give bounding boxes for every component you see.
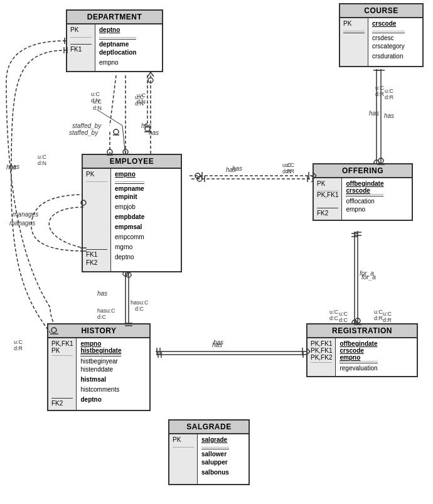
emp-pk-attr: empno <box>115 171 136 178</box>
emp-pk-label: PK <box>86 171 94 178</box>
svg-line-45 <box>110 75 116 126</box>
offering-title: OFFERING <box>314 164 412 178</box>
hist-attr-2: histenddate <box>80 366 113 373</box>
entity-employee: EMPLOYEE PK FK1 FK2 empno empname <box>82 154 182 272</box>
svg-text:d:C: d:C <box>135 306 144 312</box>
department-title: DEPARTMENT <box>67 11 162 24</box>
sal-attr-1: sallower <box>201 451 227 458</box>
dept-pk-attr: deptno <box>99 26 120 33</box>
label-has-emp-hist: has <box>97 290 107 297</box>
svg-point-63 <box>195 173 200 178</box>
course-attr-3: crsduration <box>372 53 403 60</box>
svg-point-97 <box>378 158 383 163</box>
emp-attr-7: mgrno <box>115 244 132 250</box>
hist-attr-4: histcomments <box>80 386 119 393</box>
hist-attr-3: histmsal <box>80 376 106 383</box>
svg-point-11 <box>197 176 202 181</box>
constraint-uc-dr-2: u:Cd:R <box>383 311 392 323</box>
salgrade-title: SALGRADE <box>169 421 249 434</box>
reg-keys: PK,FK1 PK,FK1 PK,FK2 <box>307 338 336 376</box>
svg-text:u:C: u:C <box>14 339 23 345</box>
reg-pkfk1-2-label: PK,FK1 <box>311 347 332 354</box>
entity-history: HISTORY PK,FK1 PK FK2 empno histbegindat… <box>47 323 151 411</box>
sal-attr-3: salbonus <box>201 469 229 476</box>
hist-pk-label: PK <box>51 347 60 354</box>
sal-pk-attr: salgrade <box>201 436 227 443</box>
sal-keys: PK <box>169 434 198 484</box>
emp-attr-3: empjob <box>115 203 136 210</box>
svg-text:d:R: d:R <box>385 94 394 100</box>
hist-attrs: empno histbegindate histbeginyear histen… <box>77 338 125 410</box>
emp-fk2-label: FK2 <box>86 259 97 266</box>
entity-registration: REGISTRATION PK,FK1 PK,FK1 PK,FK2 offbeg… <box>306 323 418 377</box>
hist-attr-5: deptno <box>80 396 101 403</box>
label-for-a: for_a <box>360 270 374 277</box>
emp-keys: PK FK1 FK2 <box>83 169 111 271</box>
label-manages: manages <box>9 220 35 227</box>
off-attr-2: empno <box>346 206 365 213</box>
entity-salgrade: SALGRADE PK salgrade sallower salupper <box>168 419 250 485</box>
off-keys: PK PK,FK1 FK2 <box>314 178 342 220</box>
off-pk-attr2: crscode <box>346 187 370 194</box>
constraint-uc-dr: u:Cd:R <box>282 162 291 174</box>
hist-keys: PK,FK1 PK FK2 <box>48 338 77 410</box>
svg-text:d:R: d:R <box>14 345 23 351</box>
reg-pkfk1-label: PK,FK1 <box>311 340 332 347</box>
emp-fk1-label: FK1 <box>86 251 97 258</box>
reg-pk-attr3: empno <box>339 354 360 361</box>
entity-course: COURSE PK crscode crsdesc crscategory <box>339 3 424 67</box>
svg-line-5 <box>147 72 151 77</box>
reg-pk-attr1: offbegindate <box>339 340 377 347</box>
svg-line-44 <box>122 126 126 157</box>
emp-attr-6: empcomm <box>115 233 144 240</box>
dept-attrs: deptno deptname deptlocation empno <box>95 24 140 71</box>
svg-text:has: has <box>149 129 159 136</box>
entity-department: DEPARTMENT PK FK1 deptno deptname <box>66 9 163 72</box>
constraint-uc-dn-2: u:Cd:N <box>135 94 144 107</box>
emp-attr-8: deptno <box>115 254 134 260</box>
hist-pk-attr1: empno <box>80 340 101 347</box>
erd-diagram: staffed_by has has has has for_a has man… <box>0 0 433 504</box>
course-attr-1: crsdesc <box>372 35 393 41</box>
reg-attr-1: regevaluation <box>339 365 377 372</box>
svg-text:hasu:C: hasu:C <box>131 299 149 306</box>
course-attrs: crscode crsdesc crscategory crsduration <box>368 18 409 66</box>
reg-attrs: offbegindate crscode empno regevaluation <box>336 338 381 376</box>
off-pkfk1-label: PK,FK1 <box>317 191 338 198</box>
emp-attr-1: empname <box>115 185 144 192</box>
label-staffed-by: staffed_by <box>72 122 101 129</box>
employee-title: EMPLOYEE <box>83 155 181 169</box>
constraint-uc-dr-3: u:Cd:R <box>375 85 384 97</box>
registration-title: REGISTRATION <box>307 324 417 338</box>
off-attr-1: offlocation <box>346 198 374 205</box>
course-keys: PK <box>340 18 368 66</box>
off-pk-attr1: offbegindate <box>346 180 383 187</box>
svg-point-106 <box>355 318 360 323</box>
sal-pk-label: PK <box>173 436 181 443</box>
svg-text:has: has <box>384 112 394 119</box>
history-title: HISTORY <box>48 324 149 338</box>
constraint-uc-dc: u:Cd:C <box>339 311 348 323</box>
hist-fk2-label: FK2 <box>51 400 63 407</box>
constraint-uc-dn-1: u:Cd:N <box>91 91 100 104</box>
hist-attr-1: histbeginyear <box>80 358 117 365</box>
sal-attrs: salgrade sallower salupper salbonus <box>198 434 233 484</box>
svg-text:u:C: u:C <box>329 309 339 315</box>
dept-keys: PK FK1 <box>67 24 95 71</box>
sal-attr-2: salupper <box>201 459 228 466</box>
svg-point-84 <box>126 272 131 277</box>
svg-text:d:N: d:N <box>93 105 102 111</box>
course-attr-2: crscategory <box>372 43 405 50</box>
hist-pkfk1-label: PK,FK1 <box>51 340 73 347</box>
constraint-hasu-dc: hasu:Cd:C <box>97 308 115 320</box>
svg-text:manages: manages <box>13 211 38 218</box>
svg-line-6 <box>151 72 154 77</box>
svg-point-53 <box>114 129 119 134</box>
course-title: COURSE <box>340 4 422 18</box>
emp-attr-4: empbdate <box>115 213 144 220</box>
entity-offering: OFFERING PK PK,FK1 FK2 offbegindate crsc… <box>313 163 413 221</box>
dept-pk-label: PK <box>70 26 78 33</box>
svg-text:u:C: u:C <box>374 309 383 315</box>
label-has-course-off: has <box>369 110 379 117</box>
label-has-hist-reg: has <box>213 339 223 346</box>
